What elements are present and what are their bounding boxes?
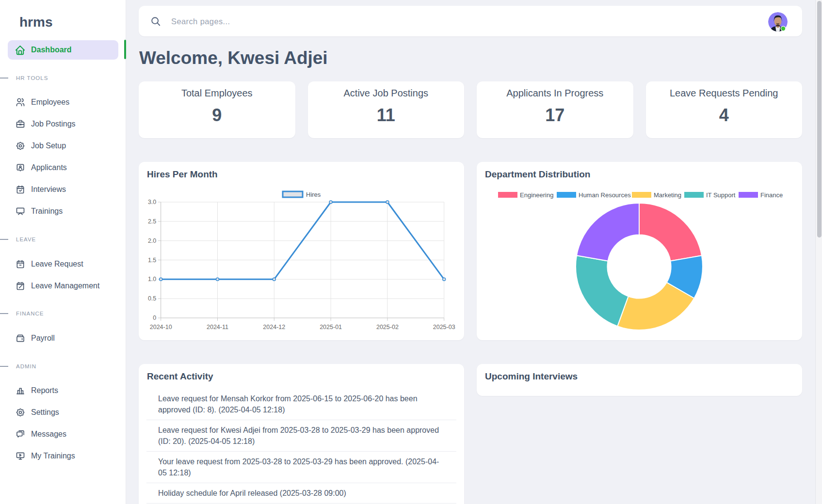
svg-text:0: 0	[153, 315, 156, 321]
svg-text:2024-10: 2024-10	[150, 324, 172, 331]
svg-text:0.5: 0.5	[148, 295, 156, 302]
svg-text:Hires: Hires	[306, 191, 321, 198]
svg-text:1.0: 1.0	[148, 276, 156, 283]
svg-text:Marketing: Marketing	[654, 191, 681, 199]
svg-text:2.0: 2.0	[148, 237, 156, 244]
svg-text:2024-11: 2024-11	[207, 324, 228, 331]
svg-text:2025-03: 2025-03	[433, 324, 455, 331]
svg-text:Finance: Finance	[760, 191, 783, 199]
svg-text:Human Resources: Human Resources	[579, 191, 631, 199]
svg-text:2025-01: 2025-01	[320, 324, 342, 331]
svg-text:2.5: 2.5	[148, 218, 156, 225]
svg-text:1.5: 1.5	[148, 257, 156, 264]
svg-text:3.0: 3.0	[148, 199, 156, 205]
svg-text:Engineering: Engineering	[520, 191, 553, 199]
svg-text:2025-02: 2025-02	[376, 324, 399, 331]
svg-text:IT Support: IT Support	[706, 191, 736, 199]
svg-text:2024-12: 2024-12	[263, 324, 285, 331]
